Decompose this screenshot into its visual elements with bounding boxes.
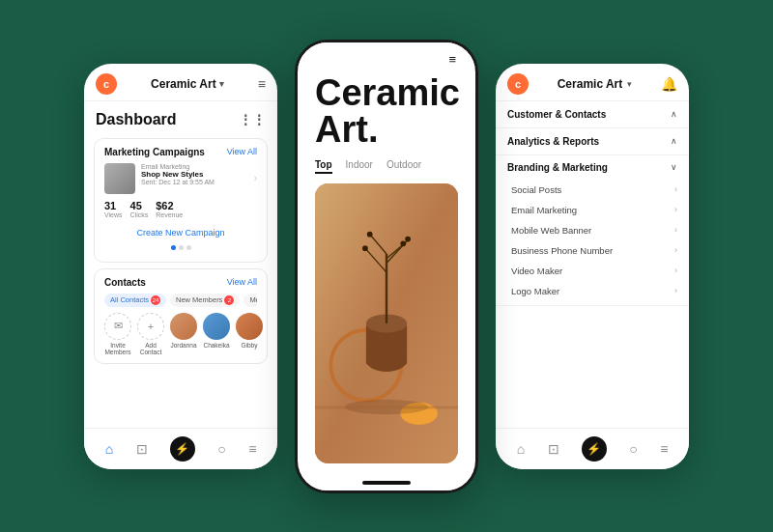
nav-analytics-reports: Analytics & Reports ∧ xyxy=(496,128,689,155)
right-bolt-icon[interactable]: ⚡ xyxy=(582,436,607,462)
right-grid-icon[interactable]: ⊡ xyxy=(548,441,559,457)
customer-contacts-title: Customer & Contacts xyxy=(507,109,606,120)
right-chevron-icon: ▾ xyxy=(627,79,632,89)
svg-rect-17 xyxy=(315,406,458,408)
stat-views: 31 Views xyxy=(104,200,123,218)
right-bottom-bar: ⌂ ⊡ ⚡ ○ ≡ xyxy=(496,428,689,469)
svg-point-11 xyxy=(362,245,368,251)
tab-top[interactable]: Top xyxy=(315,159,332,174)
contacts-card: Contacts View All All Contacts 24 New Me… xyxy=(94,268,268,364)
svg-point-12 xyxy=(405,236,411,241)
campaign-arrow-icon: › xyxy=(254,173,257,183)
bell-icon[interactable]: 🔔 xyxy=(661,76,677,92)
card-header: Marketing Campaigns View All xyxy=(104,147,257,157)
screens-container: c Ceramic Art ▾ ≡ Dashboard ⋮⋮ Marketing… xyxy=(65,20,708,513)
contacts-title: Contacts xyxy=(104,277,146,288)
middle-phone: ≡ Ceramic Art. Top Indoor Outdoor xyxy=(295,40,478,493)
view-all-campaigns[interactable]: View All xyxy=(227,147,257,156)
filter-members[interactable]: Members xyxy=(243,294,257,307)
nav-item-logo-maker[interactable]: Logo Maker › xyxy=(496,281,689,301)
product-image xyxy=(315,183,458,463)
contact-gibby[interactable]: Gibby xyxy=(236,313,263,349)
product-image-bg xyxy=(315,183,458,463)
customer-contacts-header[interactable]: Customer & Contacts ∧ xyxy=(496,101,689,127)
tab-indoor[interactable]: Indoor xyxy=(346,159,373,174)
right-chat-icon[interactable]: ○ xyxy=(629,441,637,457)
right-app-name[interactable]: Ceramic Art ▾ xyxy=(558,77,633,91)
chakeika-label: Chakeika xyxy=(203,342,229,349)
grid-icon[interactable]: ⊡ xyxy=(136,441,148,457)
branding-marketing-title: Branding & Marketing xyxy=(507,162,608,173)
add-contact-icon: + xyxy=(137,313,164,340)
campaign-name: Shop New Styles xyxy=(141,170,248,179)
carousel-dots xyxy=(104,245,257,250)
left-top-bar: c Ceramic Art ▾ ≡ xyxy=(84,64,277,101)
campaign-item: Email Marketing Shop New Styles Sent: De… xyxy=(104,163,257,194)
nav-item-email-marketing[interactable]: Email Marketing › xyxy=(496,200,689,220)
nav-item-video-maker[interactable]: Video Maker › xyxy=(496,261,689,281)
stat-revenue: $62 Revenue xyxy=(156,200,183,218)
right-menu-icon[interactable]: ≡ xyxy=(660,441,668,457)
view-all-contacts[interactable]: View All xyxy=(227,277,257,287)
avatar-jordanna xyxy=(170,313,197,340)
dot-2 xyxy=(179,245,184,250)
right-top-bar: c Ceramic Art ▾ 🔔 xyxy=(496,64,689,101)
ceramic-art-title: Ceramic Art. xyxy=(315,74,458,148)
analytics-reports-chevron-icon: ∧ xyxy=(671,136,677,146)
gibby-label: Gibby xyxy=(242,342,258,349)
logo-circle: c xyxy=(96,73,117,95)
add-contact-action[interactable]: + AddContact xyxy=(137,313,164,355)
filter-new-members[interactable]: New Members 2 xyxy=(170,294,240,307)
menu-icon[interactable]: ≡ xyxy=(248,441,256,457)
branding-marketing-header[interactable]: Branding & Marketing ∨ xyxy=(496,155,689,180)
bolt-icon[interactable]: ⚡ xyxy=(170,436,195,462)
social-posts-arrow-icon: › xyxy=(674,184,677,194)
branding-items-list: Social Posts › Email Marketing › Mobile … xyxy=(496,180,689,305)
new-members-count: 2 xyxy=(224,295,234,305)
nav-item-social-posts[interactable]: Social Posts › xyxy=(496,180,689,200)
customer-contacts-chevron-icon: ∧ xyxy=(671,109,677,119)
tab-outdoor[interactable]: Outdoor xyxy=(386,159,421,174)
analytics-reports-header[interactable]: Analytics & Reports ∧ xyxy=(496,128,689,154)
contacts-card-header: Contacts View All xyxy=(104,277,257,288)
contact-jordanna[interactable]: Jordanna xyxy=(170,313,197,349)
home-indicator xyxy=(298,475,475,490)
avatar-chakeika xyxy=(203,313,230,340)
campaign-info: Email Marketing Shop New Styles Sent: De… xyxy=(141,163,248,185)
right-panel: c Ceramic Art ▾ 🔔 Customer & Contacts ∧ … xyxy=(496,64,689,469)
contact-chakeika[interactable]: Chakeika xyxy=(203,313,230,349)
left-app-name[interactable]: Ceramic Art ▾ xyxy=(151,77,224,91)
nav-branding-marketing: Branding & Marketing ∨ Social Posts › Em… xyxy=(496,155,689,306)
invite-members-action[interactable]: ✉ InviteMembers xyxy=(104,313,131,355)
chat-icon[interactable]: ○ xyxy=(217,441,225,457)
create-campaign-button[interactable]: Create New Campaign xyxy=(104,224,257,241)
chevron-down-icon: ▾ xyxy=(219,79,224,89)
contacts-filter: All Contacts 24 New Members 2 Members xyxy=(104,294,257,307)
branding-marketing-chevron-icon: ∨ xyxy=(671,162,677,172)
svg-point-13 xyxy=(367,231,373,237)
contacts-grid: ✉ InviteMembers + AddContact Jordanna Ch… xyxy=(104,313,257,355)
nav-item-mobile-web-banner[interactable]: Mobile Web Banner › xyxy=(496,220,689,240)
mobile-web-banner-arrow-icon: › xyxy=(674,225,677,235)
dot-3 xyxy=(186,245,191,250)
hamburger-icon[interactable]: ≡ xyxy=(258,76,266,92)
video-maker-arrow-icon: › xyxy=(674,266,677,275)
right-home-icon[interactable]: ⌂ xyxy=(517,441,525,457)
left-content: Dashboard ⋮⋮ Marketing Campaigns View Al… xyxy=(84,101,277,428)
middle-hamburger-icon[interactable]: ≡ xyxy=(448,52,456,67)
nav-item-business-phone[interactable]: Business Phone Number › xyxy=(496,240,689,261)
invite-label: InviteMembers xyxy=(104,342,130,355)
marketing-campaigns-card: Marketing Campaigns View All Email Marke… xyxy=(94,138,268,263)
stat-clicks: 45 Clicks xyxy=(130,200,149,218)
left-phone: c Ceramic Art ▾ ≡ Dashboard ⋮⋮ Marketing… xyxy=(84,64,277,469)
right-logo-circle: c xyxy=(507,73,529,95)
home-icon[interactable]: ⌂ xyxy=(105,441,113,457)
campaign-thumbnail xyxy=(104,163,135,194)
menu-dots-icon[interactable]: ⋮⋮ xyxy=(239,112,266,127)
logo-maker-arrow-icon: › xyxy=(674,286,677,295)
right-nav-content: Customer & Contacts ∧ Analytics & Report… xyxy=(496,101,689,428)
left-bottom-bar: ⌂ ⊡ ⚡ ○ ≡ xyxy=(84,428,277,469)
filter-all-contacts[interactable]: All Contacts 24 xyxy=(104,294,166,307)
avatar-gibby xyxy=(236,313,263,340)
analytics-reports-title: Analytics & Reports xyxy=(507,136,599,147)
